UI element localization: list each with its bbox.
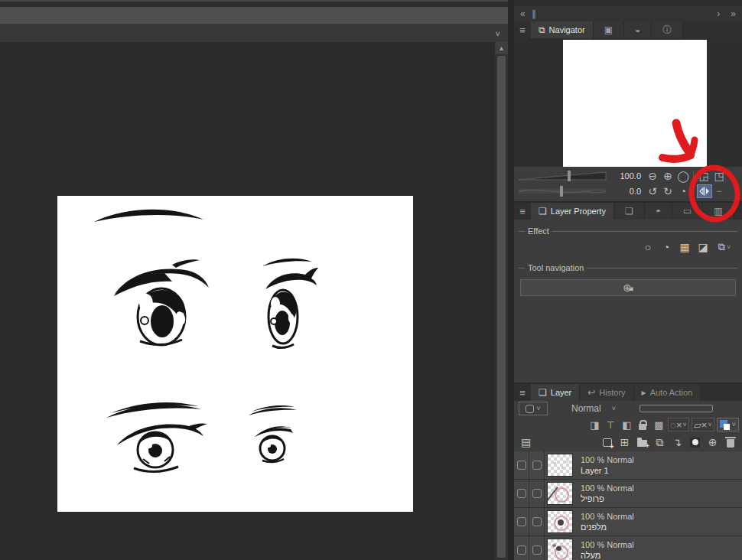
collapse-panels-icon[interactable]: «	[520, 8, 526, 19]
layer-thumbnail-cell[interactable]	[545, 451, 575, 479]
layer-property-menu-icon[interactable]: ≡	[514, 203, 531, 220]
tab-information[interactable]: ⓘ	[652, 21, 683, 38]
new-folder-icon[interactable]	[635, 435, 649, 450]
layer-menu-icon[interactable]: ≡	[514, 384, 531, 401]
layer-thumbnail[interactable]	[547, 454, 573, 477]
extract-line-icon[interactable]: ◪	[695, 239, 711, 255]
panel-more-icon[interactable]: »	[731, 8, 736, 19]
layer-thumbnail-cell[interactable]	[545, 508, 575, 536]
tab-history[interactable]: ↩ History	[580, 384, 633, 401]
panel-arrow-icon[interactable]: ›	[717, 8, 720, 19]
pin-checkbox[interactable]	[532, 461, 542, 470]
layer-color-chip-icon	[720, 420, 730, 430]
layer-row[interactable]: 100 % Normal מלפנים	[514, 508, 742, 536]
split-handle-icon[interactable]: ∥	[532, 8, 536, 19]
pin-checkbox[interactable]	[532, 489, 542, 498]
rotate-ccw-icon[interactable]: ↺	[646, 184, 659, 198]
canvas-area[interactable]: ▲	[0, 42, 508, 560]
visibility-checkbox[interactable]	[517, 545, 526, 555]
create-mask-icon[interactable]	[688, 435, 702, 450]
layer-thumbnail-cell[interactable]	[545, 536, 575, 560]
zoom-in-icon[interactable]: ⊕	[661, 169, 675, 183]
history-tab-icon: ↩	[587, 387, 595, 398]
enable-mask-icon[interactable]: ⊤	[604, 418, 617, 431]
tab-tone[interactable]: ◓	[645, 203, 672, 220]
visibility-checkbox[interactable]	[517, 489, 526, 498]
layer-property-body: Effect ○ ◔ ▦ ◪ ⧉ ˅ Tool navigation ⊕	[514, 220, 742, 383]
layer-visibility-cell[interactable]	[514, 508, 529, 536]
tab-animation[interactable]: ▥	[703, 203, 734, 220]
actual-size-icon[interactable]: ◳	[712, 169, 726, 183]
layer-visibility-cell[interactable]	[514, 536, 529, 560]
layer-visibility-cell[interactable]	[514, 451, 529, 479]
canvas-page[interactable]	[57, 196, 413, 512]
canvas-drawing-eyes	[57, 196, 413, 512]
tone-effect-icon[interactable]: ◔	[658, 239, 675, 255]
border-effect-icon[interactable]: ○	[639, 239, 656, 255]
tab-layer[interactable]: ❏ Layer	[531, 384, 580, 401]
fit-to-screen-icon[interactable]: ◲	[697, 169, 711, 183]
layer-thumbnail[interactable]	[547, 482, 573, 505]
navigator-menu-icon[interactable]: ≡	[514, 21, 531, 38]
rotate-reset-icon[interactable]: ◔	[676, 184, 690, 198]
layer-thumbnail[interactable]	[547, 510, 573, 533]
flip-horizontal-button[interactable]	[697, 184, 712, 198]
layer-row[interactable]: 100 % Normal מעלה	[514, 536, 742, 560]
rotate-slider[interactable]	[517, 185, 609, 197]
palette-color-combo[interactable]: ˅	[519, 402, 548, 415]
scrollbar-up-icon[interactable]: ▲	[495, 42, 508, 54]
apply-mask-icon[interactable]: ⊕	[705, 435, 720, 450]
canvas-vertical-scrollbar[interactable]: ▲	[495, 42, 508, 560]
chevron-down-icon[interactable]: ˅	[496, 29, 500, 38]
visibility-checkbox[interactable]	[517, 517, 526, 526]
layer-pin-cell[interactable]	[529, 480, 545, 507]
zoom-slider[interactable]	[517, 170, 609, 182]
halftone-icon[interactable]: ▦	[676, 239, 693, 255]
visibility-checkbox[interactable]	[517, 461, 526, 470]
lock-transparent-pixels-icon[interactable]: ▩	[652, 418, 666, 431]
layer-row[interactable]: 100 % Normal Layer 1	[514, 451, 742, 480]
expression-color-dropdown[interactable]: ⧉ ˅	[713, 239, 736, 255]
draft-layer-dropdown[interactable]: ▱× ˅	[692, 418, 714, 431]
rotate-cw-icon[interactable]: ↻	[661, 184, 675, 198]
tab-item-bank[interactable]: ◒	[624, 21, 652, 38]
layer-row[interactable]: 100 % Normal פרופיל	[514, 480, 742, 508]
new-raster-layer-icon[interactable]	[600, 435, 614, 450]
palette-display-icon[interactable]: ▤	[519, 435, 533, 450]
layer-visibility-cell[interactable]	[514, 480, 529, 507]
draft-layer-icon: ▱×	[694, 419, 708, 431]
clip-to-layer-below-icon[interactable]: ◨	[587, 418, 601, 431]
zoom-reset-icon[interactable]: ◯	[676, 169, 690, 183]
tab-layer-search[interactable]: ❏	[614, 203, 645, 220]
layer-pin-cell[interactable]	[529, 451, 545, 479]
navigator-canvas-thumbnail[interactable]	[563, 40, 707, 167]
merge-down-icon[interactable]: ↴	[670, 435, 685, 450]
lock-layer-icon[interactable]	[636, 418, 649, 431]
pin-checkbox[interactable]	[532, 545, 542, 555]
tab-frame[interactable]: ▭	[672, 203, 703, 220]
set-as-draft-icon[interactable]: ◧	[620, 418, 633, 431]
tool-navigation-button[interactable]: ⊕	[520, 279, 736, 296]
zoom-out-icon[interactable]: ⊖	[646, 169, 659, 183]
delete-layer-icon[interactable]	[723, 435, 737, 450]
chevron-down-icon: ˅	[708, 421, 711, 428]
blend-mode-select[interactable]: Normal ˅	[552, 402, 635, 415]
tab-layer-property[interactable]: ❏ Layer Property	[531, 203, 614, 220]
reference-layer-dropdown[interactable]: ◌× ˅	[668, 418, 689, 431]
layer-color-dropdown[interactable]: ˅	[717, 418, 739, 431]
tab-navigator[interactable]: ⧉ Navigator	[531, 21, 594, 38]
tab-subview[interactable]: ▣	[594, 21, 624, 38]
rotate-value: 0.0	[613, 187, 641, 196]
layer-pin-cell[interactable]	[529, 536, 545, 560]
layer-thumbnail[interactable]	[547, 539, 573, 560]
pin-checkbox[interactable]	[532, 517, 542, 526]
opacity-slider[interactable]	[639, 405, 713, 412]
new-vector-layer-icon[interactable]: ⊞	[617, 435, 632, 450]
layer-pin-cell[interactable]	[529, 508, 545, 536]
navigator-preview[interactable]	[514, 38, 742, 167]
transfer-down-icon[interactable]: ⧉	[653, 435, 667, 450]
reset-display-icon[interactable]: −	[714, 186, 724, 197]
layer-thumbnail-cell[interactable]	[545, 480, 575, 507]
tab-auto-action[interactable]: ▸ Auto Action	[634, 384, 701, 401]
scrollbar-thumb[interactable]	[497, 56, 506, 558]
